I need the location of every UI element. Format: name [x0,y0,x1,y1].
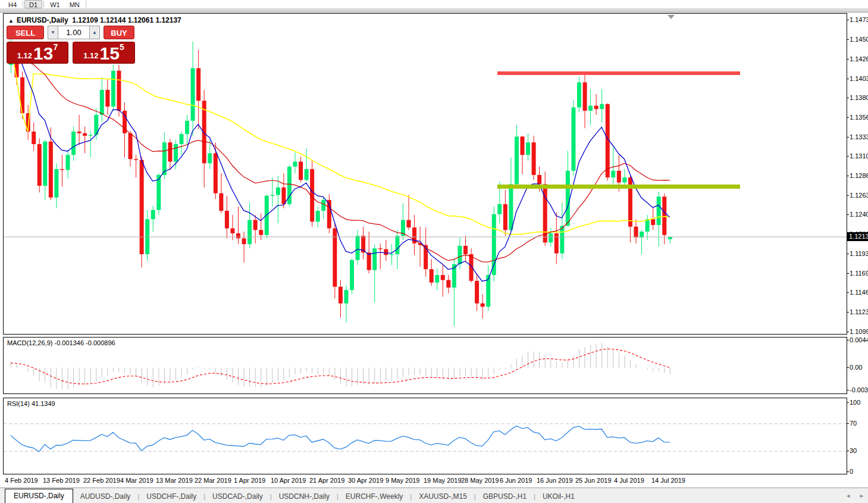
candle-body [350,260,354,290]
candle-body [225,211,229,228]
date-label: 21 Apr 2019 [309,477,344,484]
candle-body [560,226,564,253]
axis-tick [847,98,849,98]
date-label: 22 Mar 2019 [195,477,231,484]
buy-price-prefix: 1.12 [83,50,98,62]
tab-usdchf-daily[interactable]: USDCHF-,Daily [139,490,203,503]
candle-body [526,142,530,155]
date-axis[interactable]: 4 Feb 201913 Feb 201922 Feb 20194 Mar 20… [3,476,847,486]
price-axis-label: 1.13330 [850,133,868,140]
buy-price-big-digits: 15 [100,45,120,62]
candle-body [49,142,53,198]
price-axis-label: 1.10995 [850,328,868,335]
candle-body [37,144,42,186]
tab-eurchf-weekly[interactable]: EURCHF-,Weekly [339,490,410,503]
axis-tick [847,423,849,424]
candle-body [481,304,485,307]
buy-price-display[interactable]: 1.12 15 5 [73,42,135,64]
candle-body [54,169,58,198]
tabs-scroll-left-icon[interactable]: ◄ [845,493,851,499]
candle-body [521,136,525,155]
candle-body [83,133,87,136]
date-label: 22 Feb 2019 [83,477,120,484]
tab-usdcad-daily[interactable]: USDCAD-,Daily [205,490,270,503]
candle-body [356,236,360,260]
volume-increase-button[interactable]: ▲ [89,26,100,39]
axis-tick [847,292,849,293]
candle-body [299,161,303,180]
candle-body [219,193,223,211]
candle-body [537,175,541,184]
candle-body [208,153,212,163]
current-price-badge: 1.12137 [847,232,868,241]
tab-eurusd-daily[interactable]: EURUSD-,Daily [5,489,73,503]
price-axis-label: 1.14735 [850,16,868,23]
value-axis-column[interactable]: 1.12137 1.147351.145001.142651.140301.13… [847,13,868,486]
buy-button[interactable]: BUY [104,26,134,39]
timeframe-button-w1[interactable]: W1 [45,0,65,8]
candle-body [611,171,615,177]
axis-tick [847,59,849,60]
toolbar-lower-strip [0,8,868,13]
axis-tick [847,390,849,390]
candle-body [492,214,496,275]
axis-tick [847,137,849,138]
candle-body [446,280,450,288]
resistance-line[interactable] [497,71,740,75]
tab-ukoil-h1[interactable]: UKOil-,H1 [535,490,582,503]
main-chart-panel[interactable]: ▲EURUSD-,Daily 1.12109 1.12144 1.12061 1… [3,13,847,335]
macd-panel[interactable]: MACD(12,26,9) -0.001346 -0.000896 [3,337,847,394]
rsi-axis-label: 100 [850,399,860,406]
rsi-panel[interactable]: RSI(14) 41.1349 [3,398,847,474]
candle-body [645,219,650,232]
price-axis-label: 1.14030 [850,75,868,82]
axis-tick [847,402,849,403]
candle-body [60,169,64,170]
price-axis-label: 1.11230 [850,308,868,315]
date-label: 16 Jun 2019 [537,477,573,484]
candle-body [242,238,246,244]
timeframe-button-d1[interactable]: D1 [24,0,42,8]
sell-button[interactable]: SELL [7,26,44,39]
tabs-scroll-right-icon[interactable]: ► [859,493,864,499]
tab-gbpusd-h1[interactable]: GBPUSD-,H1 [476,490,534,503]
candle-body [503,204,507,230]
chart-symbol-period: EURUSD-,Daily [17,16,68,24]
date-label: 4 Feb 2019 [5,477,38,484]
sell-price-display[interactable]: 1.12 13 7 [7,42,68,64]
tab-usdcnh-daily[interactable]: USDCNH-,Daily [272,490,337,503]
candle-body [622,177,626,182]
rsi-label: RSI(14) 41.1349 [7,400,55,407]
timeframe-button-mn[interactable]: MN [65,0,84,8]
chart-shift-marker-icon [668,15,675,19]
timeframe-button-h4[interactable]: H4 [4,0,21,8]
candle-body [180,134,184,144]
axis-tick [847,117,849,118]
candle-body [105,90,109,107]
candle-body [594,106,598,110]
tab-xauusd-m15[interactable]: XAUUSD-,M15 [412,490,474,503]
candle-body [634,227,638,238]
volume-decrease-button[interactable]: ▼ [48,26,58,39]
candle-body [662,196,666,235]
candle-body [174,144,178,161]
volume-spinner: ▼ ▲ [48,26,100,39]
volume-input[interactable] [58,26,89,39]
axis-tick [847,156,849,157]
collapse-triangle-icon[interactable]: ▲ [8,18,14,24]
candle-body [668,237,672,239]
support-line[interactable] [497,185,740,189]
macd-axis-label: -0.003715 [850,386,868,393]
candle-body [395,236,399,254]
date-label: 10 Apr 2019 [271,477,306,484]
candle-body [497,204,502,214]
axis-tick [847,312,849,313]
candle-body [367,252,371,270]
tab-audusd-daily[interactable]: AUDUSD-,Daily [73,490,138,503]
candle-body [276,188,280,195]
candle-body [583,82,587,111]
date-label: 4 Jul 2019 [614,477,644,484]
date-label: 25 Jun 2019 [575,477,612,484]
candle-body [532,142,536,175]
candle-body [378,248,383,249]
